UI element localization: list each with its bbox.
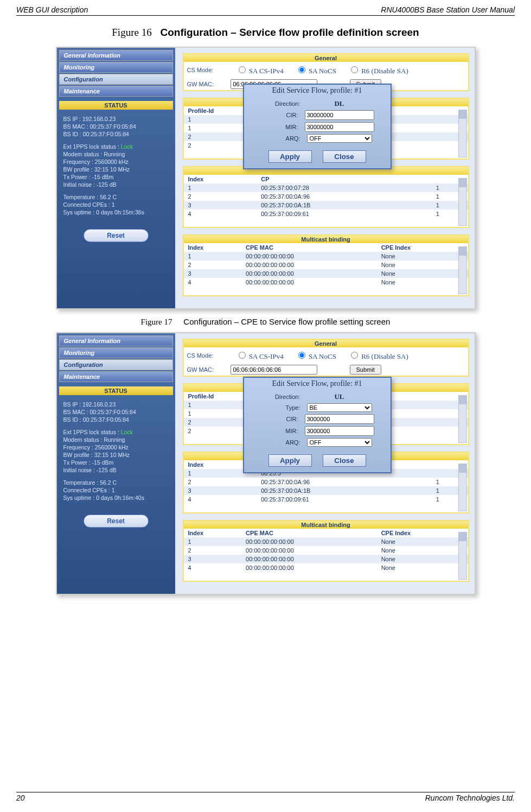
nav-general-information[interactable]: General Information	[59, 50, 173, 61]
nav-monitoring[interactable]: Monitoring	[59, 62, 173, 73]
cir-input[interactable]	[305, 110, 374, 120]
radio-r6-label: R6 (Disable SA)	[361, 352, 408, 360]
mc-col-cpeindex: CPE Index	[377, 529, 468, 537]
status-temperature: Temperature : 56.2 C	[63, 193, 169, 201]
radio-sa-cs-ipv4[interactable]: SA CS-IPv4	[236, 65, 284, 75]
screenshot-fig17: General Information Monitoring Configura…	[56, 332, 476, 595]
figure16-number: Figure 16	[112, 27, 151, 38]
table-row[interactable]: 400:25:37:00:09:611	[184, 495, 468, 504]
status-bs-mac: BS MAC : 00:25:37:F0:05:84	[63, 123, 169, 130]
radio-sa-cs-ipv4[interactable]: SA CS-IPv4	[236, 350, 284, 361]
edit-service-flow-dialog: Edit Service Flow, profile: #1 Direction…	[243, 377, 392, 473]
status-modem: Modem status : Running	[63, 150, 169, 158]
radio-sa-cs-ipv4-input[interactable]	[239, 66, 246, 73]
radio-r6-input[interactable]	[351, 66, 358, 73]
nav-configuration[interactable]: Configuration	[59, 359, 173, 370]
table-row[interactable]: 200:25:37:00:0A:961	[184, 478, 468, 486]
apply-button[interactable]: Apply	[268, 454, 312, 467]
gw-mac-label: GW MAC:	[187, 366, 231, 373]
figure17-number: Figure 17	[141, 318, 172, 326]
radio-sa-cs-ipv4-input[interactable]	[239, 352, 246, 359]
table-row[interactable]: 200:00:00:00:00:00None	[184, 546, 468, 555]
table-row[interactable]: 400:25:37:00:09:611	[184, 210, 468, 218]
table-row[interactable]: 400:00:00:00:00:00None	[184, 563, 468, 572]
status-bs-ip: BS IP : 192.168.0.23	[63, 401, 169, 408]
arq-select[interactable]: OFF	[307, 134, 372, 143]
status-bw-profile: BW profile : 32:15 10 MHz	[63, 451, 169, 459]
close-button[interactable]: Close	[323, 454, 366, 467]
status-heading: STATUS	[59, 386, 173, 395]
scroll-thumb[interactable]	[459, 179, 466, 187]
left-sidebar: General Information Monitoring Configura…	[57, 48, 175, 308]
cir-input[interactable]	[305, 414, 374, 424]
status-panel: BS IP : 192.168.0.23 BS MAC : 00:25:37:F…	[59, 111, 173, 224]
cpe-list-panel: IndexCP 100:25:37:00:07:281 200:25:37:00…	[183, 166, 469, 228]
submit-button[interactable]: Submit	[350, 365, 381, 375]
radio-r6-disable-sa[interactable]: R6 (Disable SA)	[348, 65, 408, 75]
reset-button[interactable]: Reset	[84, 229, 149, 242]
header-right: RNU4000BS Base Station User Manual	[381, 5, 515, 14]
scrollbar[interactable]	[458, 395, 467, 443]
scroll-thumb[interactable]	[459, 110, 466, 119]
mir-input[interactable]	[305, 426, 374, 436]
reset-button[interactable]: Reset	[84, 515, 149, 528]
status-bw-profile: BW profile : 32:15 10 MHz	[63, 166, 169, 173]
multicast-panel: Multicast binding IndexCPE MACCPE Index …	[183, 520, 469, 582]
scroll-thumb[interactable]	[459, 396, 466, 404]
status-tx-power: Tx Power : -15 dBm	[63, 173, 169, 181]
scrollbar[interactable]	[458, 110, 467, 157]
mc-col-index: Index	[184, 243, 242, 252]
table-row[interactable]: 400:00:00:00:00:00None	[184, 278, 468, 287]
radio-sa-nocs[interactable]: SA NoCS	[296, 65, 336, 75]
arq-select[interactable]: OFF	[307, 438, 372, 447]
mir-input[interactable]	[305, 122, 374, 132]
status-tx-power: Tx Power : -15 dBm	[63, 459, 169, 466]
gw-mac-input[interactable]	[231, 365, 317, 375]
table-row[interactable]: 100:00:00:00:00:00None	[184, 537, 468, 546]
scroll-thumb[interactable]	[459, 464, 466, 473]
status-initial-noise: Initial noise : -125 dB	[63, 466, 169, 474]
scroll-thumb[interactable]	[459, 532, 466, 541]
status-bs-ip: BS IP : 192.168.0.23	[63, 115, 169, 123]
nav-general-information[interactable]: General Information	[59, 335, 173, 346]
close-button[interactable]: Close	[323, 150, 366, 163]
cir-label: CIR:	[260, 416, 298, 422]
table-row[interactable]: 300:00:00:00:00:00None	[184, 269, 468, 278]
scrollbar[interactable]	[458, 178, 467, 226]
multicast-title: Multicast binding	[184, 521, 468, 529]
direction-label: Direction:	[263, 100, 300, 107]
type-select[interactable]: BE	[307, 403, 372, 412]
footer-page-number: 20	[16, 794, 25, 802]
scroll-thumb[interactable]	[459, 247, 466, 256]
general-panel: General CS Mode: SA CS-IPv4 SA NoCS R6 (…	[183, 339, 469, 377]
table-row[interactable]: 200:25:37:00:0A:961	[184, 192, 468, 201]
left-sidebar: General Information Monitoring Configura…	[57, 333, 175, 594]
scrollbar[interactable]	[458, 464, 467, 511]
status-connected-cpes: Connected CPEs : 1	[63, 486, 169, 494]
radio-sa-nocs-input[interactable]	[298, 352, 305, 359]
radio-r6-input[interactable]	[351, 352, 358, 359]
table-row[interactable]: 100:25:37:00:07:281	[184, 183, 468, 192]
page-header: WEB GUI description RNU4000BS Base Stati…	[16, 5, 515, 16]
table-row[interactable]: 300:25:37:00:0A:1B1	[184, 201, 468, 210]
status-uptime: Sys uptime : 0 days 0h:16m:40s	[63, 494, 169, 502]
scrollbar[interactable]	[458, 246, 467, 294]
nav-monitoring[interactable]: Monitoring	[59, 347, 173, 358]
nav-configuration[interactable]: Configuration	[59, 74, 173, 85]
table-row[interactable]: 300:00:00:00:00:00None	[184, 555, 468, 563]
main-content: General CS Mode: SA CS-IPv4 SA NoCS R6 (…	[175, 333, 475, 594]
radio-sa-nocs-input[interactable]	[298, 66, 305, 73]
scrollbar[interactable]	[458, 532, 467, 580]
nav-maintenance[interactable]: Maintenance	[59, 371, 173, 382]
table-row[interactable]: 100:00:00:00:00:00None	[184, 252, 468, 261]
table-row[interactable]: 300:25:37:00:0A:1B1	[184, 486, 468, 495]
mc-col-index: Index	[184, 529, 242, 537]
status-connected-cpes: Connected CPEs : 1	[63, 201, 169, 208]
radio-r6-label: R6 (Disable SA)	[361, 67, 408, 75]
nav-maintenance[interactable]: Maintenance	[59, 86, 173, 97]
apply-button[interactable]: Apply	[268, 150, 312, 163]
radio-r6-disable-sa[interactable]: R6 (Disable SA)	[348, 350, 408, 361]
radio-sa-nocs[interactable]: SA NoCS	[296, 350, 336, 361]
radio-sa-nocs-label: SA NoCS	[309, 352, 336, 360]
table-row[interactable]: 200:00:00:00:00:00None	[184, 261, 468, 269]
